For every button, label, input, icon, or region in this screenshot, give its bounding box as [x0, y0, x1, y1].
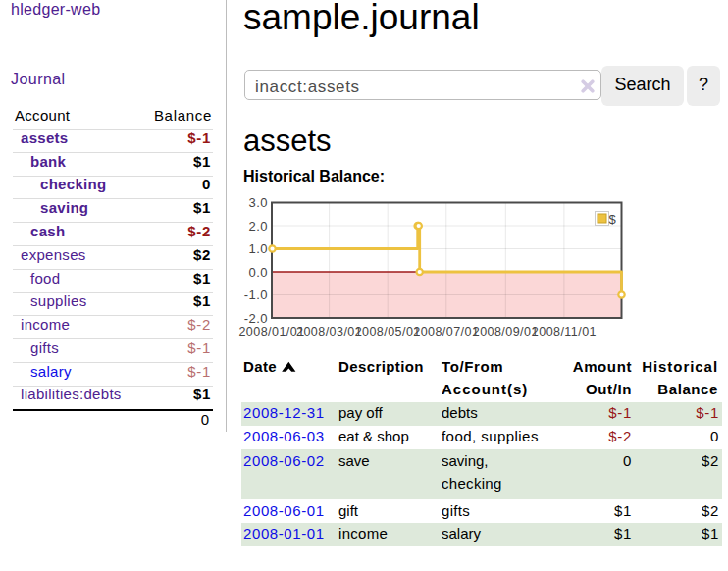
svg-text:2008/01/01: 2008/01/01 — [238, 325, 304, 338]
svg-text:$: $ — [609, 212, 617, 227]
svg-text:3.0: 3.0 — [249, 195, 268, 210]
svg-text:2008/09/01: 2008/09/01 — [473, 325, 539, 338]
svg-text:-1.0: -1.0 — [244, 287, 268, 302]
svg-text:2008/05/01: 2008/05/01 — [355, 325, 421, 338]
svg-text:1.0: 1.0 — [249, 241, 268, 256]
svg-text:2008/03/01: 2008/03/01 — [296, 325, 362, 338]
svg-text:2008/07/01: 2008/07/01 — [413, 325, 479, 338]
svg-text:2.0: 2.0 — [249, 219, 268, 234]
svg-text:-2.0: -2.0 — [244, 311, 268, 326]
svg-text:2008/11/01: 2008/11/01 — [532, 325, 597, 338]
svg-text:0.0: 0.0 — [249, 265, 268, 280]
